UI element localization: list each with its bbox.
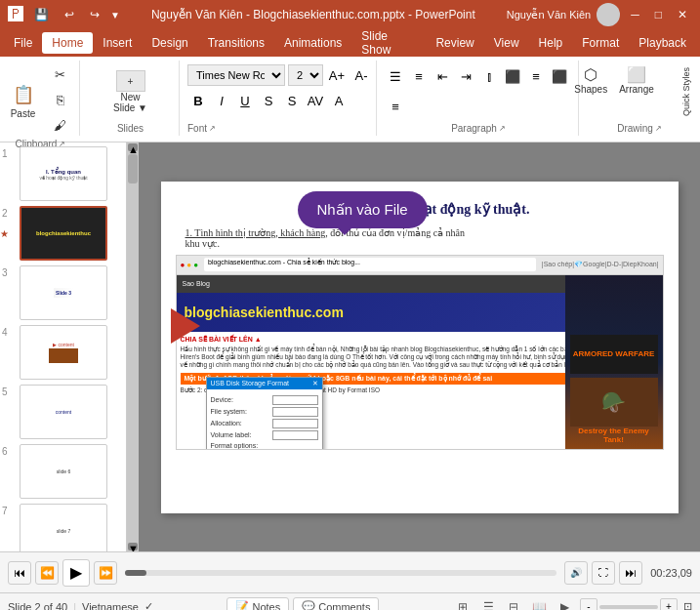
user-avatar[interactable] — [597, 3, 620, 26]
zoom-out-btn[interactable]: - — [580, 598, 597, 611]
drawing-label: Drawing ↗ — [617, 121, 662, 134]
spacing-button[interactable]: AV — [305, 90, 326, 111]
armored-title: ARMORED WARFARE — [573, 349, 655, 358]
dialog-fs-field[interactable] — [272, 407, 318, 417]
align-left-button[interactable]: ⬛ — [502, 66, 523, 88]
shapes-icon: ⬡ — [584, 65, 597, 84]
strikethrough-button[interactable]: S — [258, 90, 279, 111]
menu-format[interactable]: Format — [572, 32, 629, 54]
align-right-button[interactable]: ⬛ — [549, 66, 570, 88]
scroll-up-btn[interactable]: ▲ — [128, 143, 138, 151]
cut-button[interactable]: ✂ — [45, 62, 76, 86]
slide-panel[interactable]: 1 I. Tổng quan về hoạt động kỹ thuật 2 b… — [0, 142, 127, 551]
font-name-select[interactable]: Times New Roman — [187, 64, 285, 86]
drawing-dialog-icon[interactable]: ↗ — [655, 124, 662, 133]
slides-buttons: + NewSlide ▼ — [106, 62, 155, 121]
align-center-button[interactable]: ≡ — [525, 66, 547, 88]
shadow-button[interactable]: S — [281, 90, 303, 111]
menu-transitions[interactable]: Transitions — [198, 32, 274, 54]
menu-file[interactable]: File — [4, 32, 42, 54]
bold-button[interactable]: B — [187, 90, 209, 111]
notes-tab[interactable]: 📝 Notes — [226, 597, 289, 610]
spell-icon[interactable]: ✓ — [144, 600, 153, 610]
zoom-slider[interactable] — [599, 605, 658, 609]
justify-button[interactable]: ≡ — [385, 97, 406, 118]
dialog-row-filesystem: Allocation: — [211, 419, 318, 428]
slide-thumb-6[interactable]: 6 slide 6 — [2, 444, 124, 499]
arrange-button[interactable]: ⬜ Arrange — [614, 62, 659, 121]
font-size-select[interactable]: 20 — [288, 64, 323, 86]
menu-review[interactable]: Review — [426, 32, 483, 54]
dialog-title-bar: USB Disk Storage Format ✕ — [207, 378, 322, 389]
slide-thumb-7[interactable]: 7 slide 7 — [2, 504, 124, 551]
save-button[interactable]: 💾 — [29, 6, 54, 23]
increase-indent-button[interactable]: ⇥ — [455, 66, 476, 88]
dialog-row-capacity: File system: — [211, 407, 318, 417]
slide-thumb-5[interactable]: 5 content — [2, 385, 124, 439]
slide-num-1: 1 — [2, 146, 16, 159]
play-button[interactable]: ▶ — [62, 559, 90, 587]
menu-design[interactable]: Design — [142, 32, 197, 54]
menu-insert[interactable]: Insert — [93, 32, 142, 54]
minimize-button[interactable]: ─ — [626, 6, 644, 23]
scroll-thumb[interactable] — [128, 154, 138, 183]
new-slide-button[interactable]: + NewSlide ▼ — [106, 67, 155, 116]
format-painter-button[interactable]: 🖌 — [45, 113, 76, 137]
normal-view-btn[interactable]: ⊞ — [453, 597, 473, 611]
skip-start-button[interactable]: ⏮ — [8, 561, 31, 585]
dialog-device-field[interactable] — [272, 395, 318, 405]
slide-thumb-3[interactable]: 3 Slide 3 — [2, 265, 124, 320]
underline-button[interactable]: U — [234, 90, 256, 111]
shapes-button[interactable]: ⬡ Shapes — [569, 62, 612, 121]
maximize-button[interactable]: □ — [650, 6, 667, 23]
columns-button[interactable]: ⫿ — [478, 66, 500, 88]
title-bar: 🅿 💾 ↩ ↪ ▼ Nguyễn Văn Kiên - Blogchiaseki… — [0, 0, 700, 29]
menu-view[interactable]: View — [484, 32, 529, 54]
scroll-down-btn[interactable]: ▼ — [128, 543, 138, 550]
skip-end-button[interactable]: ⏭ — [619, 561, 642, 585]
slide-img-4: ▶ content — [20, 325, 107, 380]
menu-help[interactable]: Help — [529, 32, 573, 54]
zoom-in-btn[interactable]: + — [660, 598, 678, 611]
decrease-font-button[interactable]: A- — [350, 64, 372, 86]
zoom-fit-btn[interactable]: ⊡ — [683, 600, 692, 610]
comments-tab[interactable]: 💬 Comments — [293, 597, 379, 610]
slide-thumb-1[interactable]: 1 I. Tổng quan về hoạt động kỹ thuật — [2, 146, 124, 201]
menu-home[interactable]: Home — [42, 32, 93, 54]
font-color-button[interactable]: A — [328, 90, 350, 111]
step-back-button[interactable]: ⏪ — [35, 561, 59, 585]
menu-playback[interactable]: Playback — [629, 32, 696, 54]
paste-button[interactable]: 📋 Paste — [6, 79, 41, 121]
star-indicator: ★ — [0, 228, 9, 239]
customize-qat[interactable]: ▼ — [110, 10, 120, 20]
sound-button[interactable]: 🔊 — [564, 561, 588, 585]
format-painter-icon: 🖌 — [51, 115, 70, 135]
undo-button[interactable]: ↩ — [60, 6, 79, 23]
increase-font-button[interactable]: A+ — [326, 64, 348, 86]
step-forward-button[interactable]: ⏩ — [94, 561, 117, 585]
slide-thumb-2[interactable]: 2 blogchiasekienthuc ★ — [2, 206, 124, 261]
menu-slideshow[interactable]: Slide Show — [351, 25, 426, 61]
slideshow-btn[interactable]: ▶ — [555, 597, 574, 611]
callout-tooltip: Nhấn vào File — [298, 191, 428, 228]
numbering-button[interactable]: ≡ — [408, 66, 430, 88]
redo-button[interactable]: ↪ — [85, 6, 104, 23]
dialog-alloc-field[interactable] — [272, 419, 318, 428]
slide-thumb-4[interactable]: 4 ▶ content — [2, 325, 124, 380]
bullets-button[interactable]: ☰ — [385, 66, 406, 88]
reading-view-btn[interactable]: 📖 — [529, 597, 549, 611]
copy-button[interactable]: ⎘ — [45, 88, 76, 111]
progress-bar[interactable] — [125, 570, 556, 576]
close-button[interactable]: ✕ — [673, 6, 692, 23]
fullscreen-button[interactable]: ⛶ — [592, 561, 615, 585]
paragraph-dialog-icon[interactable]: ↗ — [499, 124, 506, 133]
italic-button[interactable]: I — [211, 90, 232, 111]
outline-view-btn[interactable]: ☰ — [478, 597, 498, 611]
font-dialog-icon[interactable]: ↗ — [209, 124, 216, 133]
v-scrollbar[interactable]: ▲ ▼ — [127, 142, 139, 551]
dialog-label-field[interactable] — [272, 430, 318, 440]
decrease-indent-button[interactable]: ⇤ — [432, 66, 453, 88]
slide-sorter-btn[interactable]: ⊟ — [504, 597, 523, 611]
quick-styles-button[interactable]: Quick Styles — [661, 62, 696, 121]
menu-animations[interactable]: Animations — [274, 32, 351, 54]
